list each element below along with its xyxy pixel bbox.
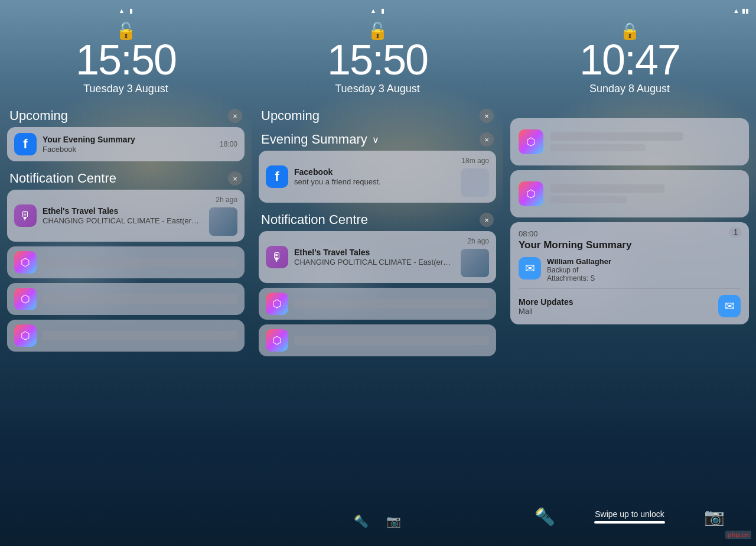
morning-notif-body-3: Backup of <box>547 266 611 274</box>
close-icon-2: × <box>233 174 237 183</box>
camera-icon-2[interactable]: 📷 <box>386 514 401 528</box>
shortcuts-icon-2b: ⬡ <box>266 329 288 352</box>
upcoming-title-1: Upcoming <box>9 108 68 124</box>
blurred-content-2a <box>294 299 489 308</box>
time-display-2: 15:50 <box>252 35 503 84</box>
facebook-notif-content-1: Your Evening Summary Facebook <box>43 135 214 154</box>
facebook-notif-time-1: 18:00 <box>220 140 237 148</box>
blurred-content-1b <box>43 294 237 304</box>
date-display-1: Tuesday 3 August <box>0 83 252 95</box>
podcasts-thumbnail-1 <box>209 207 237 236</box>
wifi-icon-3: ▲ <box>733 7 739 14</box>
podcasts-notif-subtitle-2: CHANGING POLITICAL CLIMATE - East(ern) G… <box>294 258 455 266</box>
podcasts-app-icon-1: 🎙 <box>14 204 37 227</box>
shortcuts-icon-3a: ⬡ <box>519 129 543 154</box>
podcasts-notif-content-1: Ethel's Travel Tales CHANGING POLITICAL … <box>43 206 203 225</box>
morning-notif-from-3: William Gallagher <box>547 257 611 266</box>
swipe-bar-3 <box>594 521 665 524</box>
friend-request-thumbnail-2 <box>461 168 489 197</box>
date-display-2: Tuesday 3 August <box>252 83 503 95</box>
blurred-card-2b: ⬡ <box>259 324 496 356</box>
upcoming-close-1[interactable]: × <box>228 109 242 123</box>
upcoming-title-2: Upcoming <box>261 108 320 124</box>
battery-icon-1: ▮ <box>129 7 133 15</box>
badge-count-3: 1 <box>729 227 742 238</box>
swipe-text-3: Swipe up to unlock <box>594 509 665 519</box>
status-bar-1: ▲ ▮ <box>0 5 252 17</box>
more-updates-row-3: More Updates Mail ✉ <box>519 295 741 317</box>
notif-centre-close-1[interactable]: × <box>228 171 242 186</box>
status-bar-2: ▲ ▮ <box>252 5 503 17</box>
flashlight-icon-2[interactable]: 🔦 <box>354 514 369 528</box>
date-display-3: Sunday 8 August <box>503 83 756 95</box>
close-icon-3: × <box>484 112 489 121</box>
morning-summary-card-3[interactable]: 08:00 Your Morning Summary 1 ✉ William G… <box>510 222 749 324</box>
morning-notif-row-3: ✉ William Gallagher Backup of Attachment… <box>519 257 741 289</box>
time-display-3: 10:47 <box>503 35 756 84</box>
blurred-top-content-3b <box>550 184 741 203</box>
notif-centre-header-1: Notification Centre × <box>7 166 245 190</box>
notifications-area-1: Upcoming × f Your Evening Summary Facebo… <box>7 103 245 356</box>
status-bar-3: ▲ ▮▮ <box>503 5 756 17</box>
notif-centre-close-2[interactable]: × <box>480 213 494 227</box>
facebook-fr-row-2: f Facebook sent you a friend request. 18… <box>259 151 496 203</box>
morning-notif-content-3: William Gallagher Backup of Attachments:… <box>547 257 611 282</box>
top-blurred-card-3a: ⬡ <box>510 118 749 165</box>
podcasts-notif-card-1[interactable]: 🎙 Ethel's Travel Tales CHANGING POLITICA… <box>7 190 245 242</box>
bottom-quick-access-2: 🔦 📷 <box>354 514 401 528</box>
blurred-content-1a <box>43 258 237 267</box>
more-updates-app-3: Mail <box>519 307 573 316</box>
notif-centre-header-2: Notification Centre × <box>259 207 496 231</box>
bottom-bar-3: 🔦 Swipe up to unlock 📷 <box>503 499 756 546</box>
podcasts-thumbnail-2 <box>461 249 489 277</box>
notif-centre-title-2: Notification Centre <box>261 212 368 228</box>
mail-app-icon-3: ✉ <box>519 257 541 280</box>
upcoming-close-2[interactable]: × <box>480 109 494 123</box>
morning-time-3: 08:00 <box>519 229 741 238</box>
wifi-icon-1: ▲ <box>119 7 125 14</box>
podcasts-notif-subtitle-1: CHANGING POLITICAL CLIMATE - East(ern) G… <box>43 216 203 225</box>
camera-icon-3[interactable]: 📷 <box>704 507 725 526</box>
blurred-line-3a1 <box>550 132 683 141</box>
facebook-notif-row-1: f Your Evening Summary Facebook 18:00 <box>7 127 245 161</box>
podcasts-notif-title-2: Ethel's Travel Tales <box>294 248 455 257</box>
notifications-area-2: Upcoming × Evening Summary ∨ × f Faceboo… <box>259 103 496 361</box>
shortcuts-icon-1a: ⬡ <box>14 251 37 274</box>
morning-title-3: Your Morning Summary <box>519 239 741 251</box>
blurred-card-2a: ⬡ <box>259 288 496 320</box>
facebook-fr-card-2[interactable]: f Facebook sent you a friend request. 18… <box>259 151 496 203</box>
shortcuts-icon-2a: ⬡ <box>266 292 288 315</box>
blurred-top-content-3a <box>550 132 741 151</box>
more-updates-label-3: More Updates <box>519 297 573 307</box>
battery-icon-2: ▮ <box>381 7 384 15</box>
facebook-notif-subtitle-1: Facebook <box>43 145 214 154</box>
status-center-1: ▲ ▮ <box>119 7 133 15</box>
facebook-app-icon-2: f <box>266 165 288 188</box>
time-display-1: 15:50 <box>0 35 252 84</box>
upcoming-header-2: Upcoming × <box>259 103 496 127</box>
status-right-3: ▲ ▮▮ <box>733 7 749 15</box>
evening-header-2: Evening Summary ∨ × <box>259 127 496 151</box>
facebook-notif-card-1[interactable]: f Your Evening Summary Facebook 18:00 <box>7 127 245 161</box>
facebook-app-icon-1: f <box>14 133 37 155</box>
flashlight-icon-3[interactable]: 🔦 <box>535 507 555 526</box>
blurred-line-3a2 <box>550 144 646 151</box>
podcasts-notif-row-1: 🎙 Ethel's Travel Tales CHANGING POLITICA… <box>7 190 245 242</box>
close-icon-1: × <box>233 112 237 121</box>
close-icon-4: × <box>484 135 489 144</box>
facebook-fr-title-2: Facebook <box>294 167 455 177</box>
chevron-down-icon-2[interactable]: ∨ <box>372 134 379 145</box>
evening-close-2[interactable]: × <box>480 132 494 147</box>
blurred-line-3b1 <box>550 184 664 193</box>
evening-title-row-2: Evening Summary ∨ <box>261 132 379 147</box>
blurred-card-1b: ⬡ <box>7 283 245 315</box>
wifi-icon-2: ▲ <box>370 7 377 14</box>
facebook-notif-title-1: Your Evening Summary <box>43 135 214 144</box>
more-updates-left-3: More Updates Mail <box>519 297 573 316</box>
blurred-content-2b <box>294 336 489 345</box>
notif-centre-title-1: Notification Centre <box>9 171 116 186</box>
podcasts-notif-card-2[interactable]: 🎙 Ethel's Travel Tales CHANGING POLITICA… <box>259 231 496 283</box>
podcasts-notif-title-1: Ethel's Travel Tales <box>43 206 203 216</box>
top-blurred-card-3b: ⬡ <box>510 170 749 217</box>
phone-panel-1: ▲ ▮ 🔓 15:50 Tuesday 3 August Upcoming × … <box>0 0 252 546</box>
